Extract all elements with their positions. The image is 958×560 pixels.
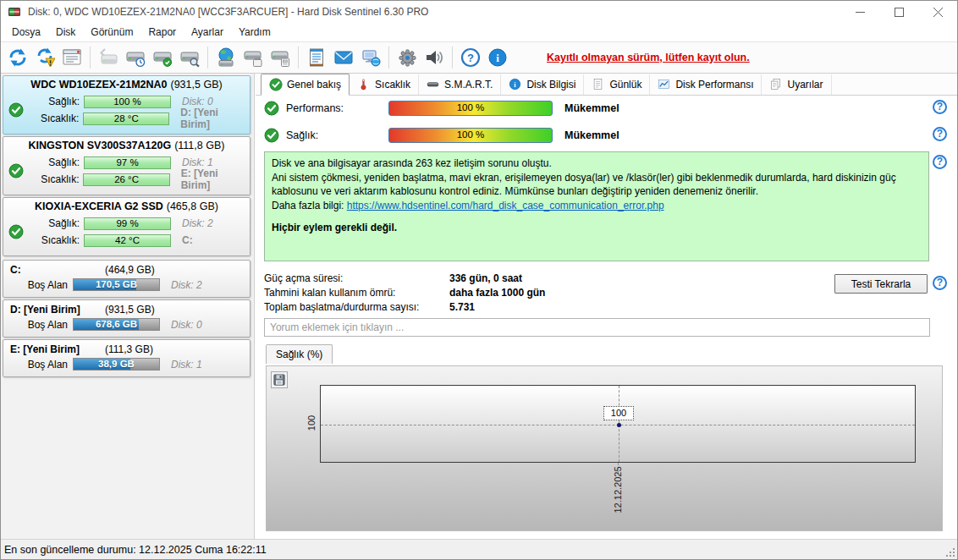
partition-panel-c[interactable]: C:(464,9 GB) Boş Alan 170,5 GB Disk: 2 (3, 260, 251, 298)
health-bar: 99 % (84, 217, 171, 230)
health-rating: Mükemmel (564, 129, 619, 141)
partition-name: E: [Yeni Birim] (10, 343, 105, 355)
disk-index: Disk: 1 (182, 156, 213, 168)
partition-panel-d[interactable]: D: [Yeni Birim](931,5 GB) Boş Alan 678,6… (3, 299, 251, 338)
temp-bar: 42 °C (84, 234, 171, 247)
menu-bar: Dosya Disk Görünüm Rapor Ayarlar Yardım (1, 23, 957, 41)
tab-sicaklik[interactable]: Sıcaklık (350, 74, 419, 95)
data-point-label: 100 (603, 406, 634, 420)
disk-accept-icon[interactable] (149, 45, 176, 70)
tab-strip: Genel bakış Sıcaklık S.M.A.R.T. iDisk Bi… (256, 74, 958, 96)
more-info-link[interactable]: https://www.hdsentinel.com/hard_disk_cas… (347, 200, 664, 211)
disk-undo-icon[interactable] (95, 45, 122, 70)
retest-button[interactable]: Testi Tekrarla (834, 274, 928, 294)
temp-label: Sıcaklık: (25, 113, 79, 124)
partition-size: (464,9 GB) (105, 264, 155, 276)
close-button[interactable] (918, 1, 957, 23)
message-line-1: Disk ve ana bilgisayar arasında 263 kez … (272, 156, 922, 171)
temp-label: Sıcaklık: (25, 234, 80, 246)
toolbar: ? i Kayıtlı olmayan sürüm, lütfen kayıt … (1, 41, 957, 74)
menu-dosya[interactable]: Dosya (4, 24, 48, 41)
maximize-button[interactable] (879, 1, 918, 23)
tab-uyarilar[interactable]: Uyarılar (762, 74, 831, 95)
performance-row: Performans: 100 % Mükemmel (264, 100, 619, 117)
disk-volumes: E: [Yeni Birim] (181, 167, 250, 191)
disk-panel-wdc[interactable]: WDC WD10EZEX-21M2NA0(931,5 GB) Sağlık:10… (3, 75, 251, 135)
partition-panel-e[interactable]: E: [Yeni Birim](111,3 GB) Boş Alan 38,9 … (3, 339, 251, 377)
disk-mount-icon[interactable] (267, 45, 294, 70)
info-icon[interactable]: i (484, 45, 511, 70)
help-icon[interactable]: ? (933, 127, 947, 141)
stat-row: Güç açma süresi:336 gün, 0 saat (264, 272, 522, 286)
minimize-button[interactable] (840, 1, 879, 23)
resize-grip[interactable] (953, 555, 955, 557)
health-ok-icon (8, 102, 24, 118)
title-bar: Disk: 0, WDC WD10EZEX-21M2NA0 [WCC3F3ARC… (1, 1, 957, 23)
health-chart-panel: 100 100 12.12.2025 (266, 365, 943, 531)
disk-title: KINGSTON SV300S37A120G(111,8 GB) (3, 137, 250, 151)
app-window: Disk: 0, WDC WD10EZEX-21M2NA0 [WCC3F3ARC… (0, 0, 958, 560)
tab-disk-bilgisi[interactable]: iDisk Bilgisi (501, 74, 584, 95)
disk-panel-kioxia[interactable]: KIOXIA-EXCERIA G2 SSD(465,8 GB) Sağlık:9… (3, 197, 251, 256)
report-icon[interactable] (58, 45, 85, 70)
disk-remove-icon[interactable] (240, 45, 267, 70)
chart-tab-health[interactable]: Sağlık (%) (266, 344, 333, 364)
thermometer-icon (357, 78, 371, 91)
disk-title: WDC WD10EZEX-21M2NA0(931,5 GB) (3, 76, 250, 91)
menu-disk[interactable]: Disk (48, 24, 83, 41)
menu-ayarlar[interactable]: Ayarlar (184, 24, 231, 41)
overview-check-icon (269, 78, 283, 91)
network-disk-icon[interactable] (212, 45, 240, 70)
temp-bar: 26 °C (83, 173, 169, 186)
health-label: Sağlık: (25, 156, 80, 168)
temp-label: Sıcaklık: (25, 173, 79, 185)
message-line-2: Ani sistem çökmesi, yeniden başlatma, ma… (272, 171, 922, 199)
refresh-alert-icon[interactable] (31, 45, 58, 70)
settings-gear-icon[interactable] (394, 45, 421, 70)
svg-text:?: ? (467, 52, 474, 64)
disk-index: Disk: 0 (171, 319, 202, 331)
help-icon[interactable]: ? (457, 45, 484, 70)
partition-name: D: [Yeni Birim] (10, 304, 105, 316)
disk-analyze-icon[interactable] (176, 45, 203, 70)
status-ok-icon (264, 128, 279, 143)
save-chart-button[interactable] (271, 371, 288, 388)
sound-icon[interactable] (421, 45, 448, 70)
menu-yardim[interactable]: Yardım (231, 24, 278, 41)
info-circle-icon: i (509, 78, 522, 91)
chart-icon (658, 78, 671, 91)
y-axis-tick: 100 (306, 410, 317, 436)
help-icon[interactable]: ? (933, 276, 947, 290)
stat-row: Toplam başlatma/durdurma sayısı:5.731 (264, 301, 475, 315)
toolbar-separator (388, 47, 389, 69)
status-bar: En son güncelleme durumu: 12.12.2025 Cum… (1, 539, 957, 559)
menu-gorunum[interactable]: Görünüm (83, 24, 140, 41)
mail-icon[interactable] (330, 45, 357, 70)
free-space-bar: 170,5 GB (73, 278, 160, 291)
help-icon[interactable]: ? (933, 100, 947, 114)
pages-icon (769, 78, 783, 91)
smart-disk-icon (427, 78, 440, 91)
toolbar-separator (298, 47, 299, 69)
disk-schedule-icon[interactable] (122, 45, 149, 70)
document-icon (592, 78, 605, 91)
disk-panel-kingston[interactable]: KINGSTON SV300S37A120G(111,8 GB) Sağlık:… (3, 136, 251, 195)
app-icon (8, 5, 21, 19)
refresh-icon[interactable] (4, 45, 31, 70)
disk-index: Disk: 2 (171, 279, 202, 291)
registration-notice-link[interactable]: Kayıtlı olmayan sürüm, lütfen kayıt olun… (547, 52, 750, 63)
tab-genel-bakis[interactable]: Genel bakış (261, 74, 350, 96)
tab-gunluk[interactable]: Günlük (584, 74, 650, 95)
health-label: Sağlık: (25, 217, 80, 229)
menu-rapor[interactable]: Rapor (140, 24, 184, 41)
help-icon[interactable]: ? (933, 155, 947, 169)
partition-size: (111,3 GB) (105, 343, 153, 355)
disk-title: KIOXIA-EXCERIA G2 SSD(465,8 GB) (3, 198, 250, 212)
log-icon[interactable] (303, 45, 330, 70)
health-label: Sağlık: (25, 96, 80, 107)
network-status-icon[interactable] (357, 45, 384, 70)
tab-disk-performansi[interactable]: Disk Performansı (650, 74, 762, 95)
tab-smart[interactable]: S.M.A.R.T. (419, 74, 501, 95)
performance-label: Performans: (286, 102, 388, 114)
comment-input[interactable] (264, 318, 930, 337)
